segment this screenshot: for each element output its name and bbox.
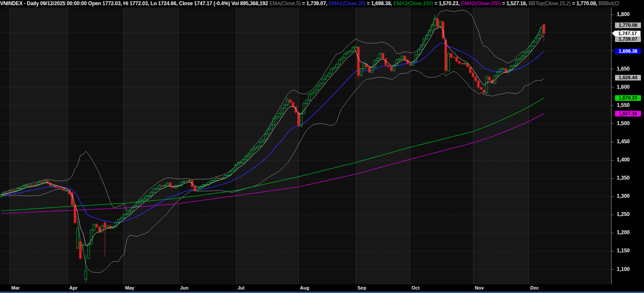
y-axis-label: 1,350	[617, 175, 630, 181]
candle	[79, 240, 81, 260]
trading-chart-window: VNINDEX - Daily 09/12/2025 00:00:00 Open…	[0, 0, 644, 293]
last-price-badge: 1,747.17	[615, 31, 641, 36]
bbbot-badge: 1,626.44	[615, 75, 641, 80]
title-segment: EMA2(Close,150)	[393, 0, 433, 6]
month-label: Jun	[180, 285, 189, 291]
y-axis-label: 1,500	[617, 121, 630, 126]
title-segment: BBTop(Close,15,2)	[528, 0, 570, 6]
ema200-badge: 1,527.16	[615, 111, 641, 116]
chart-title-bar: VNINDEX - Daily 09/12/2025 00:00:00 Open…	[0, 0, 644, 7]
candle	[297, 111, 299, 126]
title-segment: EMA(Close,5)	[269, 0, 300, 6]
ema20-badge: 1,698.38	[615, 48, 641, 54]
title-segment: EMA3(Close,200)	[461, 0, 501, 6]
title-segment: = 1,527.16,	[501, 0, 528, 6]
month-label: Oct	[412, 285, 419, 291]
y-axis[interactable]: 1,8001,7501,7001,6501,6001,5501,5001,450…	[612, 7, 644, 284]
y-axis-label: 1,150	[617, 248, 630, 254]
month-label: Aug	[300, 285, 309, 291]
title-segment: = 1,570.23,	[433, 0, 461, 6]
title-segment: EMA1(Close,20)	[328, 0, 365, 6]
y-axis-label: 1,250	[617, 212, 630, 217]
price-chart-plot[interactable]	[0, 0, 644, 293]
title-segment: = 1,739.07,	[301, 0, 328, 6]
y-axis-label: 1,550	[617, 103, 630, 108]
y-axis-label: 1,650	[617, 66, 630, 72]
candle	[477, 79, 480, 89]
month-bands	[0, 7, 611, 284]
y-axis-label: 1,200	[617, 230, 630, 235]
ema5-badge: 1,739.07	[615, 36, 641, 42]
y-axis-label: 1,100	[617, 267, 630, 272]
candle	[357, 46, 360, 79]
candle	[442, 20, 444, 39]
month-label: Sep	[357, 285, 366, 291]
candle	[437, 17, 439, 29]
bbtop-badge: 1,770.08	[615, 23, 641, 28]
title-segment: VNINDEX - Daily 09/12/2025 00:00:00 Open…	[0, 0, 269, 6]
title-segment: = 1,698.38,	[365, 0, 393, 6]
y-axis-label: 1,400	[617, 157, 630, 163]
month-label: May	[125, 285, 134, 291]
month-label: Apr	[69, 285, 77, 291]
ema150-badge: 1,570.23	[615, 95, 641, 101]
month-label: Jul	[238, 285, 245, 291]
month-label: Dec	[530, 285, 539, 291]
title-segment: BBBot(Cl	[599, 0, 619, 6]
month-label: Mar	[11, 285, 20, 291]
y-axis-label: 1,450	[617, 139, 630, 145]
y-axis-label: 1,300	[617, 193, 630, 199]
title-segment: = 1,770.08,	[571, 0, 599, 6]
y-axis-label: 1,800	[617, 12, 630, 17]
x-axis[interactable]: MarAprMayJunJulAugSepOctNovDec	[0, 284, 644, 292]
y-axis-label: 1,600	[617, 84, 630, 90]
month-label: Nov	[475, 285, 484, 291]
